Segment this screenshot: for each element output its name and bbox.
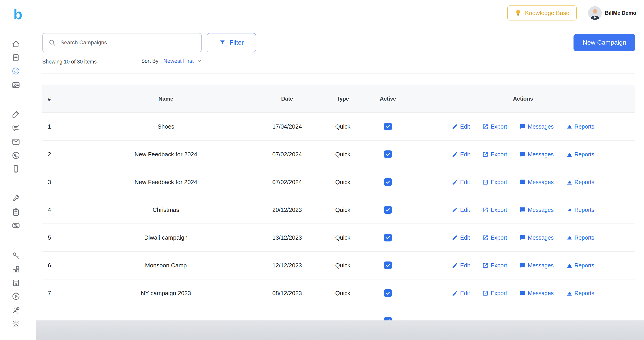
table-row: 5 Diwali-campaign 13/12/2023 Quick Edit …: [42, 224, 635, 251]
messages-action[interactable]: Messages: [520, 234, 554, 241]
new-campaign-button[interactable]: New Campaign: [574, 34, 635, 51]
active-checkbox[interactable]: [384, 178, 392, 186]
sort-by-label: Sort By: [141, 58, 158, 64]
campaign-type: Quick: [315, 168, 365, 196]
filter-label: Filter: [230, 39, 244, 46]
pencil-icon: [452, 207, 458, 213]
col-header-date: Date: [225, 85, 315, 113]
sidebar-item-campaigns[interactable]: [12, 67, 20, 75]
messages-action[interactable]: Messages: [520, 207, 554, 213]
sidebar-item-tools[interactable]: [12, 194, 20, 203]
table-row: 4 Christmas 20/12/2023 Quick Edit Export…: [42, 196, 635, 224]
sidebar-item-tutorials[interactable]: [12, 292, 20, 301]
sidebar-item-team[interactable]: [12, 306, 20, 315]
chat-icon: [12, 124, 20, 132]
active-checkbox[interactable]: [384, 234, 392, 241]
campaigns-table: # Name Date Type Active Actions 1 Shoes …: [42, 85, 635, 320]
bar-chart-icon: [566, 151, 572, 157]
knowledge-base-button[interactable]: Knowledge Base: [507, 6, 577, 21]
row-number: 4: [42, 196, 107, 224]
messages-action[interactable]: Messages: [520, 179, 554, 185]
row-number: 1: [42, 113, 107, 140]
export-action[interactable]: Export: [482, 290, 507, 296]
whatsapp-icon: [12, 151, 20, 160]
edit-action[interactable]: Edit: [452, 207, 470, 213]
campaign-date: 17/04/2024: [225, 113, 315, 140]
user-menu[interactable]: BillMe Demo: [588, 6, 636, 20]
sidebar-item-offers[interactable]: [12, 221, 20, 230]
sidebar-item-integrations[interactable]: [12, 251, 20, 260]
campaign-date: 07/02/2024: [225, 140, 315, 168]
export-icon: [482, 124, 488, 130]
edit-action[interactable]: Edit: [452, 290, 470, 296]
table-row: 2 New Feedback for 2024 07/02/2024 Quick…: [42, 140, 635, 168]
sidebar-item-contacts[interactable]: [12, 81, 20, 89]
active-checkbox[interactable]: [384, 123, 392, 130]
messages-action[interactable]: Messages: [520, 123, 554, 130]
active-checkbox[interactable]: [384, 150, 392, 158]
sidebar-item-design[interactable]: [12, 110, 20, 119]
page-background-strip: [36, 320, 644, 340]
sidebar-item-home[interactable]: [12, 40, 20, 48]
sidebar-item-analytics[interactable]: [12, 265, 20, 273]
row-number: 6: [42, 251, 107, 279]
reports-action[interactable]: Reports: [566, 290, 594, 296]
message-bubble-icon: [520, 290, 526, 296]
sidebar: b: [0, 0, 36, 340]
export-action[interactable]: Export: [482, 123, 507, 130]
messages-action[interactable]: Messages: [520, 262, 554, 269]
sidebar-item-mobile[interactable]: [12, 165, 20, 173]
row-number: 7: [42, 279, 107, 307]
export-action[interactable]: Export: [482, 179, 507, 185]
pencil-icon: [452, 262, 458, 268]
sidebar-item-whatsapp[interactable]: [12, 151, 20, 160]
reports-action[interactable]: Reports: [566, 262, 594, 269]
active-checkbox[interactable]: [384, 289, 392, 297]
sidebar-item-bills[interactable]: [12, 53, 20, 62]
edit-action[interactable]: Edit: [452, 151, 470, 158]
reports-action[interactable]: Reports: [566, 179, 594, 185]
active-checkbox[interactable]: [384, 261, 392, 269]
messages-action[interactable]: Messages: [520, 151, 554, 158]
sidebar-item-store[interactable]: [12, 278, 20, 287]
messages-action[interactable]: Messages: [520, 290, 554, 296]
key-icon: [12, 251, 20, 260]
sidebar-item-feedback[interactable]: [12, 124, 20, 132]
home-icon: [12, 40, 20, 48]
edit-action[interactable]: Edit: [452, 179, 470, 185]
sort-control: Sort By Newest First: [141, 58, 202, 64]
sort-dropdown[interactable]: Newest First: [163, 58, 202, 64]
search-input[interactable]: [60, 33, 201, 52]
check-icon: [385, 318, 391, 320]
active-checkbox[interactable]: [384, 206, 392, 214]
sidebar-item-settings[interactable]: [12, 319, 20, 328]
campaign-date: [225, 307, 315, 320]
export-action[interactable]: Export: [482, 151, 507, 158]
chevron-down-icon: [196, 58, 202, 64]
export-action[interactable]: Export: [482, 207, 507, 213]
pencil-icon: [452, 235, 458, 241]
edit-action[interactable]: Edit: [452, 262, 470, 269]
filter-button[interactable]: Filter: [207, 33, 256, 52]
export-action[interactable]: Export: [482, 234, 507, 241]
edit-action[interactable]: Edit: [452, 234, 470, 241]
sidebar-item-email[interactable]: [12, 137, 20, 146]
export-action[interactable]: Export: [482, 262, 507, 269]
mobile-icon: [12, 165, 20, 173]
pencil-icon: [452, 179, 458, 185]
bar-chart-icon: [566, 179, 572, 185]
sidebar-item-surveys[interactable]: [12, 208, 20, 216]
check-icon: [385, 235, 391, 240]
reports-action[interactable]: Reports: [566, 123, 594, 130]
active-checkbox[interactable]: [384, 317, 392, 320]
reports-action[interactable]: Reports: [566, 151, 594, 158]
main-content: Knowledge Base BillMe Demo Filter New Ca…: [36, 0, 644, 340]
bar-chart-icon: [566, 124, 572, 130]
check-icon: [385, 263, 391, 268]
edit-action[interactable]: Edit: [452, 123, 470, 130]
message-bubble-icon: [520, 207, 526, 213]
reports-action[interactable]: Reports: [566, 207, 594, 213]
table-row: 1 Shoes 17/04/2024 Quick Edit Export Mes…: [42, 113, 635, 140]
sort-value-label: Newest First: [163, 58, 194, 64]
reports-action[interactable]: Reports: [566, 234, 594, 241]
